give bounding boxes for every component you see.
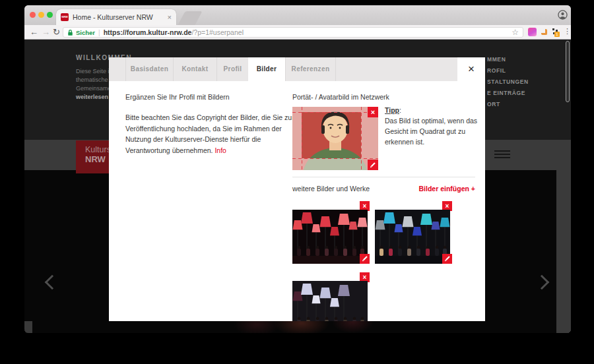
tab-bilder[interactable]: Bilder xyxy=(248,57,285,81)
tab-title: Home - Kulturserver NRW xyxy=(73,13,165,21)
secure-lock-icon xyxy=(67,29,73,36)
mac-zoom-button[interactable] xyxy=(47,12,53,18)
pencil-icon xyxy=(369,161,377,169)
avatar-section-label: Portät- / Avatarbild im Netzwerk xyxy=(292,93,389,101)
crop-shade xyxy=(292,112,302,158)
user-menu-item[interactable]: ROFIL xyxy=(487,67,506,74)
forward-icon[interactable]: → xyxy=(42,27,50,38)
modal-tabbar: Basisdaten Kontakt Profil Bilder Referen… xyxy=(109,57,485,81)
delete-avatar-button[interactable]: × xyxy=(368,107,378,117)
page-right-strip xyxy=(556,140,571,333)
crop-shade xyxy=(361,112,378,158)
page-viewport: WILLKOMMEN Diese Seite i thematische Gem… xyxy=(24,40,571,333)
browser-toolbar: ← → ↻ Sicher | https://forum.kultur-nrw.… xyxy=(24,25,571,40)
modal-close-button[interactable]: × xyxy=(457,57,485,81)
welcome-text-line: thematische xyxy=(76,76,108,83)
crop-shade xyxy=(292,158,378,170)
user-menu-item[interactable]: STALTUNGEN xyxy=(487,78,529,85)
address-divider: | xyxy=(98,29,100,36)
gallery-thumbnail[interactable]: × xyxy=(375,201,452,264)
add-images-link[interactable]: Bilder einfügen + xyxy=(419,185,475,193)
tip-label: Tipp xyxy=(385,106,399,114)
browser-titlebar: NRW Home - Kulturserver NRW × xyxy=(24,5,571,25)
screenshot-root: { "browser": { "tab": { "title": "Home -… xyxy=(0,0,594,364)
artwork-image[interactable] xyxy=(292,281,368,321)
mac-close-button[interactable] xyxy=(30,12,36,18)
page-scrollbar-thumb[interactable] xyxy=(566,41,570,102)
browser-profile-icon[interactable] xyxy=(558,10,568,20)
tab-close-icon[interactable]: × xyxy=(168,13,172,21)
pencil-icon xyxy=(361,255,369,262)
gallery-section-label: weitere Bilder und Werke xyxy=(292,185,370,193)
security-label: Sicher xyxy=(76,29,95,36)
page-corner xyxy=(24,321,32,333)
mac-minimize-button[interactable] xyxy=(38,12,44,18)
edit-image-button[interactable] xyxy=(360,254,370,264)
artwork-image[interactable] xyxy=(375,210,450,264)
url-path: /?p=1#userpanel xyxy=(191,28,244,36)
url-domain: https://forum.kultur-nrw.de xyxy=(104,28,192,36)
new-tab-button[interactable] xyxy=(178,11,202,25)
extension-badge: 1 xyxy=(554,32,560,37)
crop-guide-line[interactable] xyxy=(302,107,302,170)
user-menu-item[interactable]: E EINTRÄGE xyxy=(487,90,525,96)
edit-avatar-button[interactable] xyxy=(368,160,378,170)
browser-window: NRW Home - Kulturserver NRW × ← → ↻ Sich… xyxy=(24,5,571,333)
tab-basisdaten[interactable]: Basisdaten xyxy=(125,57,173,81)
avatar-crop-area[interactable]: × xyxy=(292,107,378,170)
tab-kontakt[interactable]: Kontakt xyxy=(173,57,216,81)
tab-referenzen[interactable]: Referenzen xyxy=(285,57,336,81)
crop-guide-line[interactable] xyxy=(292,112,378,113)
browser-menu-icon[interactable]: ⋮ xyxy=(564,27,571,36)
address-bar[interactable]: Sicher | https://forum.kultur-nrw.de /?p… xyxy=(63,27,523,38)
gallery-thumbnail[interactable]: × xyxy=(292,272,370,321)
tip-colon: : xyxy=(399,106,401,114)
crop-guide-line[interactable] xyxy=(361,107,362,170)
welcome-text-line: Diese Seite i xyxy=(76,68,110,75)
info-link[interactable]: Info xyxy=(214,146,226,154)
copyright-notice: Bitte beachten Sie das Copyright der Bil… xyxy=(125,112,301,156)
site-favicon: NRW xyxy=(61,13,69,21)
tab-profil[interactable]: Profil xyxy=(216,57,248,81)
crop-guide-line[interactable] xyxy=(292,158,378,159)
artwork-image[interactable] xyxy=(292,210,368,264)
reload-icon[interactable]: ↻ xyxy=(53,27,60,38)
user-menu-item[interactable]: MMEN xyxy=(487,56,506,63)
user-menu-item[interactable]: ORT xyxy=(487,101,500,107)
gallery-thumbnail[interactable]: × xyxy=(292,201,370,264)
intro-title: Ergänzen Sie Ihr Profil mit Bildern xyxy=(125,93,230,101)
extension-icon-pink[interactable] xyxy=(528,28,537,36)
crop-shade xyxy=(292,107,378,112)
copyright-text: Bitte beachten Sie das Copyright der Bil… xyxy=(125,113,294,154)
extension-icon-orange[interactable] xyxy=(540,28,548,36)
read-more-link[interactable]: weiterlesen xyxy=(76,94,108,100)
pencil-icon xyxy=(444,255,451,262)
hamburger-menu-icon[interactable] xyxy=(494,150,510,158)
back-icon[interactable]: ← xyxy=(30,27,38,38)
browser-tab[interactable]: NRW Home - Kulturserver NRW × xyxy=(56,9,176,25)
bookmark-star-icon[interactable]: ☆ xyxy=(512,28,519,37)
sparkle-icon xyxy=(552,28,554,30)
section-divider xyxy=(292,177,475,177)
edit-image-button[interactable] xyxy=(442,254,452,264)
welcome-text-line: Gemeinsame xyxy=(76,85,112,92)
avatar-tip: Tipp: Das Bild ist optimal, wenn das Ges… xyxy=(385,105,478,147)
extension-icon-badge[interactable]: 1 xyxy=(551,28,560,36)
profile-editor-modal: Basisdaten Kontakt Profil Bilder Referen… xyxy=(109,57,485,321)
tip-text: Das Bild ist optimal, wenn das Gesicht i… xyxy=(385,117,477,146)
